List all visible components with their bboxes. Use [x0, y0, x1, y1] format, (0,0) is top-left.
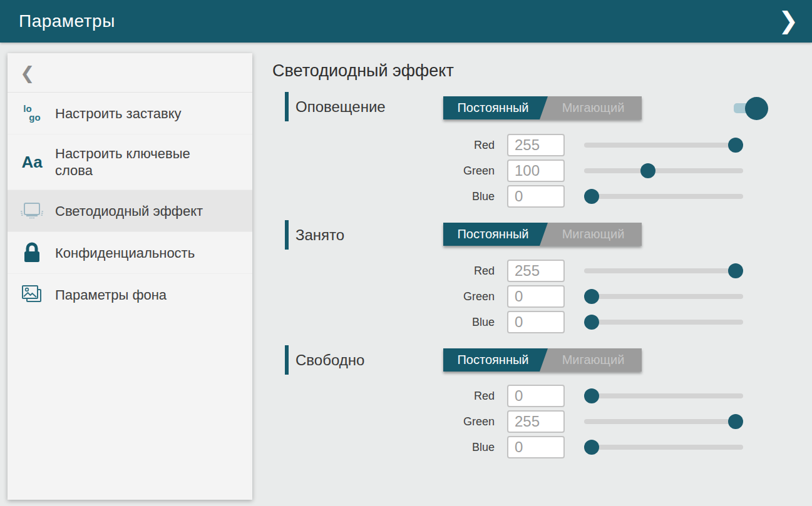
- green-value-input[interactable]: [507, 410, 565, 433]
- channel-label: Blue: [376, 185, 495, 208]
- monitor-icon: [18, 200, 46, 222]
- page-title: Светодиодный эффект: [272, 61, 454, 81]
- slider-thumb[interactable]: [728, 414, 743, 429]
- slider-track: [584, 268, 743, 273]
- green-value-input[interactable]: [507, 285, 565, 308]
- rgb-row-blue: Blue: [252, 311, 812, 333]
- mode-constant-button[interactable]: Постоянный: [443, 223, 548, 246]
- toggle-thumb: [745, 97, 768, 120]
- rgb-row-blue: Blue: [252, 185, 812, 208]
- slider-thumb[interactable]: [584, 315, 599, 330]
- logo-icon: logo: [18, 104, 46, 122]
- sidebar-item-label: Настроить ключевые слова: [55, 145, 224, 179]
- sidebar-item-keywords[interactable]: Aa Настроить ключевые слова: [8, 134, 252, 190]
- chevron-left-icon: ❮: [20, 63, 34, 83]
- app-title: Параметры: [19, 11, 115, 31]
- slider-track: [584, 294, 743, 299]
- rgb-row-red: Red: [252, 385, 812, 407]
- slider-track: [584, 143, 743, 148]
- channel-label: Red: [376, 134, 495, 156]
- sidebar-back-button[interactable]: ❮: [8, 53, 252, 93]
- sidebar-item-background[interactable]: Параметры фона: [8, 274, 252, 315]
- channel-label: Green: [376, 159, 495, 182]
- slider-track: [584, 320, 743, 325]
- red-value-input[interactable]: [507, 260, 565, 282]
- blue-slider[interactable]: [584, 436, 743, 458]
- section-title-free: Свободно: [296, 345, 364, 375]
- green-slider[interactable]: [584, 410, 743, 433]
- rgb-row-blue: Blue: [252, 436, 812, 458]
- section-accent-bar: [285, 92, 289, 121]
- sidebar-item-label: Параметры фона: [55, 286, 179, 303]
- slider-track: [584, 445, 743, 450]
- rgb-row-red: Red: [252, 260, 812, 282]
- channel-label: Red: [376, 385, 495, 407]
- blue-value-input[interactable]: [507, 185, 565, 208]
- green-slider[interactable]: [584, 159, 743, 182]
- rgb-row-green: Green: [252, 285, 812, 308]
- collapse-panel-icon[interactable]: ❯: [774, 5, 802, 36]
- rgb-row-green: Green: [252, 159, 812, 182]
- section-accent-bar: [285, 220, 289, 250]
- top-bar: Параметры ❯: [0, 0, 812, 43]
- mode-segmented-control: Мигающий Постоянный: [443, 348, 642, 372]
- mode-blinking-button[interactable]: Мигающий: [545, 96, 642, 119]
- red-value-input[interactable]: [507, 385, 565, 407]
- channel-label: Blue: [376, 311, 495, 333]
- image-icon: [18, 283, 46, 306]
- slider-thumb[interactable]: [728, 138, 743, 153]
- alert-enabled-toggle[interactable]: [734, 97, 773, 122]
- slider-thumb[interactable]: [584, 189, 599, 204]
- blue-value-input[interactable]: [507, 311, 565, 333]
- blue-slider[interactable]: [584, 311, 743, 333]
- slider-thumb[interactable]: [640, 163, 655, 178]
- mode-segmented-control: Мигающий Постоянный: [443, 223, 642, 246]
- rgb-row-red: Red: [252, 134, 812, 156]
- main-content: Светодиодный эффект Оповещение Мигающий …: [252, 43, 812, 506]
- mode-segmented-control: Мигающий Постоянный: [443, 96, 642, 119]
- channel-label: Red: [376, 260, 495, 282]
- slider-thumb[interactable]: [584, 289, 599, 304]
- slider-track: [584, 393, 743, 398]
- sidebar-item-label: Светодиодный эффект: [55, 203, 215, 220]
- blue-slider[interactable]: [584, 185, 743, 208]
- green-value-input[interactable]: [507, 159, 565, 182]
- green-slider[interactable]: [584, 285, 743, 308]
- red-slider[interactable]: [584, 134, 743, 156]
- sidebar-item-splash-screen[interactable]: logo Настроить заставку: [8, 93, 252, 134]
- section-accent-bar: [285, 345, 289, 375]
- mode-blinking-button[interactable]: Мигающий: [545, 348, 642, 372]
- red-value-input[interactable]: [507, 134, 565, 156]
- red-slider[interactable]: [584, 385, 743, 407]
- slider-thumb[interactable]: [584, 388, 599, 403]
- lock-icon: [18, 241, 46, 264]
- mode-blinking-button[interactable]: Мигающий: [545, 223, 642, 246]
- text-aa-icon: Aa: [18, 153, 46, 172]
- red-slider[interactable]: [584, 260, 743, 282]
- sidebar: ❮ logo Настроить заставку Aa Настроить к…: [8, 53, 252, 500]
- slider-track: [584, 168, 743, 173]
- blue-value-input[interactable]: [507, 436, 565, 458]
- channel-label: Blue: [376, 436, 495, 458]
- slider-track: [584, 419, 743, 424]
- slider-track: [584, 194, 743, 199]
- sidebar-item-label: Настроить заставку: [55, 105, 194, 122]
- channel-label: Green: [376, 285, 495, 308]
- slider-thumb[interactable]: [728, 263, 743, 278]
- sidebar-item-privacy[interactable]: Конфиденциальность: [8, 232, 252, 274]
- slider-thumb[interactable]: [584, 440, 599, 455]
- section-title-busy: Занято: [296, 220, 344, 250]
- mode-constant-button[interactable]: Постоянный: [443, 96, 548, 119]
- channel-label: Green: [376, 410, 495, 433]
- settings-screen: Параметры ❯ ❮ logo Настроить заставку Aa…: [0, 0, 812, 506]
- sidebar-item-led-effect[interactable]: Светодиодный эффект: [8, 190, 252, 232]
- mode-constant-button[interactable]: Постоянный: [443, 348, 548, 372]
- rgb-row-green: Green: [252, 410, 812, 433]
- sidebar-item-label: Конфиденциальность: [55, 245, 207, 261]
- section-title-alert: Оповещение: [296, 92, 386, 121]
